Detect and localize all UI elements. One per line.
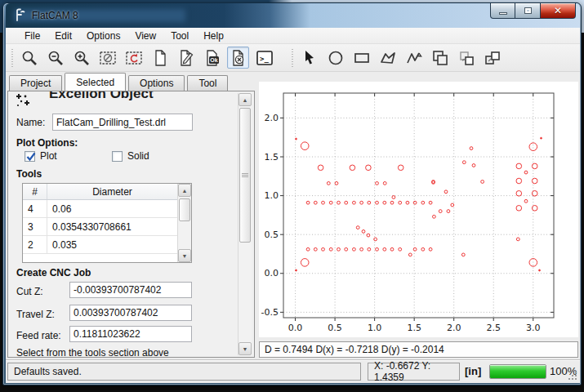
solid-checkbox-label[interactable]: Solid xyxy=(127,150,149,162)
svg-text:2.5: 2.5 xyxy=(486,323,501,333)
tab-tool[interactable]: Tool xyxy=(187,75,228,91)
svg-text:2.0: 2.0 xyxy=(265,113,279,123)
shell-button[interactable]: >_ xyxy=(253,47,275,69)
scroll-down-icon[interactable]: ▼ xyxy=(178,249,191,262)
svg-text:>_: >_ xyxy=(260,54,269,62)
column-header-diameter[interactable]: Diameter xyxy=(47,184,177,199)
window-title: FlatCAM 8 xyxy=(32,10,78,21)
menu-help[interactable]: Help xyxy=(196,29,231,43)
check-icon xyxy=(25,151,37,163)
minimize-button[interactable] xyxy=(490,3,515,19)
name-label: Name: xyxy=(16,117,45,128)
polygon-union-button[interactable] xyxy=(429,47,451,69)
edit-file-icon xyxy=(177,49,195,67)
maximize-icon xyxy=(524,7,532,14)
union-icon xyxy=(431,49,449,67)
draw-circle-button[interactable] xyxy=(324,47,346,69)
plot-checkbox[interactable] xyxy=(25,151,35,162)
menu-view[interactable]: View xyxy=(127,29,163,43)
cut-z-label: Cut Z: xyxy=(16,286,43,297)
polygon-copy-button[interactable] xyxy=(455,47,477,69)
delete-file-icon xyxy=(230,49,247,67)
toolbar-grip[interactable] xyxy=(11,49,14,67)
solid-checkbox[interactable] xyxy=(112,151,123,162)
tab-bar: Project Selected Options Tool xyxy=(9,73,230,91)
tab-selected[interactable]: Selected xyxy=(65,73,126,91)
panel-scrollbar-thumb[interactable] xyxy=(239,108,251,243)
plot-options-label: Plot Options: xyxy=(16,137,78,149)
tab-project[interactable]: Project xyxy=(9,75,62,91)
resize-grip-icon[interactable] xyxy=(568,371,577,382)
scroll-up-icon[interactable]: ▲ xyxy=(239,93,252,106)
progress-bar xyxy=(489,364,546,379)
menu-options[interactable]: Options xyxy=(79,29,127,43)
clear-plot-button[interactable] xyxy=(96,47,118,69)
table-scrollbar-thumb[interactable] xyxy=(179,198,190,221)
svg-text:-0.5: -0.5 xyxy=(261,307,279,318)
units-label: [in] xyxy=(465,365,481,377)
plot-canvas[interactable]: 0.00.51.01.52.02.53.0-0.50.00.51.01.52.0 xyxy=(259,82,578,337)
terminal-icon: >_ xyxy=(256,49,274,67)
rectangle-icon xyxy=(353,49,371,67)
svg-text:0.5: 0.5 xyxy=(265,229,279,240)
zoom-in-button[interactable] xyxy=(70,47,92,69)
zoom-out-button[interactable] xyxy=(44,47,66,69)
new-project-button[interactable] xyxy=(149,47,171,69)
window-controls: ✕ xyxy=(490,3,576,19)
tools-label: Tools xyxy=(16,168,42,180)
copy-icon xyxy=(457,49,475,67)
maximize-button[interactable] xyxy=(515,3,540,19)
menu-file[interactable]: File xyxy=(17,29,47,43)
travel-z-input[interactable] xyxy=(69,305,192,321)
replot-button[interactable] xyxy=(123,47,145,69)
plot-checkbox-label[interactable]: Plot xyxy=(40,150,57,162)
edit-object-button[interactable] xyxy=(175,47,197,69)
menu-edit[interactable]: Edit xyxy=(47,29,79,43)
name-input[interactable] xyxy=(52,114,193,131)
scroll-down-icon[interactable]: ▼ xyxy=(239,342,252,355)
zoom-in-icon xyxy=(73,49,91,67)
draw-rectangle-button[interactable] xyxy=(350,47,372,69)
table-row[interactable]: 2 0.035 xyxy=(23,236,177,254)
zoom-out-icon xyxy=(47,49,65,67)
polygon-move-button[interactable] xyxy=(481,47,503,69)
tab-options[interactable]: Options xyxy=(128,75,185,91)
cut-z-input[interactable] xyxy=(69,282,192,298)
pointer-icon xyxy=(301,49,319,67)
selected-tab-panel: Excellon Object Name: Plot Options: Plot… xyxy=(7,91,255,358)
scroll-up-icon[interactable]: ▲ xyxy=(178,184,191,197)
panel-title: Excellon Object xyxy=(49,91,154,102)
svg-text:0.0: 0.0 xyxy=(265,268,279,278)
ok-file-icon: Ok xyxy=(203,49,221,67)
polygon-icon xyxy=(379,49,397,67)
feed-rate-input[interactable] xyxy=(69,326,192,342)
excellon-drill-icon xyxy=(15,93,36,115)
svg-text:1.5: 1.5 xyxy=(407,323,421,333)
draw-path-button[interactable] xyxy=(403,47,425,69)
table-scrollbar[interactable]: ▲ ▼ xyxy=(177,184,191,262)
move-icon xyxy=(484,49,502,67)
flatcam-logo-icon xyxy=(14,8,28,24)
minimize-icon xyxy=(499,12,507,15)
progress-fill xyxy=(490,365,546,378)
table-row[interactable]: 4 0.06 xyxy=(23,200,177,218)
select-tool-button[interactable] xyxy=(298,47,320,69)
delete-object-button[interactable] xyxy=(227,47,249,69)
close-button[interactable]: ✕ xyxy=(540,3,576,19)
column-header-number[interactable]: # xyxy=(23,184,47,199)
path-icon xyxy=(405,49,423,67)
svg-text:1.0: 1.0 xyxy=(265,190,279,201)
plot-svg: 0.00.51.01.52.02.53.0-0.50.00.51.01.52.0 xyxy=(259,82,578,337)
app-window: FlatCAM 8 ✕ File Edit Options View Tool … xyxy=(2,2,582,385)
svg-text:3.0: 3.0 xyxy=(526,323,541,333)
zoom-fit-button[interactable] xyxy=(18,47,40,69)
new-file-icon xyxy=(151,49,169,67)
save-object-button[interactable]: Ok xyxy=(201,47,223,69)
travel-z-label: Travel Z: xyxy=(16,309,55,320)
menu-tool[interactable]: Tool xyxy=(163,29,196,43)
panel-scrollbar[interactable]: ▲ ▼ xyxy=(238,93,252,355)
svg-text:1.0: 1.0 xyxy=(368,323,382,333)
table-row[interactable]: 3 0.0354330708661 xyxy=(23,218,177,236)
draw-polygon-button[interactable] xyxy=(377,47,399,69)
toolbar-grip-2[interactable] xyxy=(291,49,294,67)
